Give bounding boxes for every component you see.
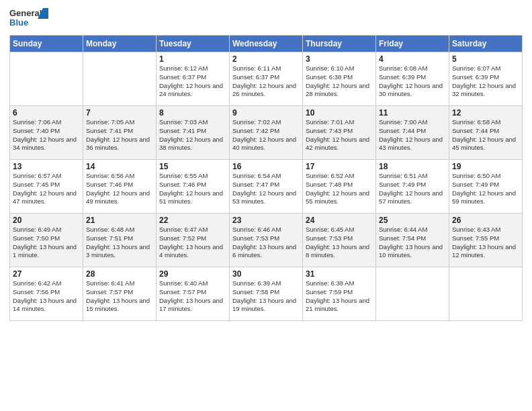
day-number: 4 bbox=[379, 54, 446, 64]
calendar-cell: 18Sunrise: 6:51 AM Sunset: 7:49 PM Dayli… bbox=[376, 160, 449, 214]
day-info: Sunrise: 6:44 AM Sunset: 7:54 PM Dayligh… bbox=[379, 226, 446, 260]
day-info: Sunrise: 6:10 AM Sunset: 6:38 PM Dayligh… bbox=[306, 64, 373, 99]
day-number: 29 bbox=[159, 269, 226, 279]
day-info: Sunrise: 6:55 AM Sunset: 7:46 PM Dayligh… bbox=[159, 172, 226, 206]
svg-text:Blue: Blue bbox=[9, 17, 28, 28]
day-number: 7 bbox=[86, 108, 153, 118]
calendar-cell: 5Sunrise: 6:07 AM Sunset: 6:39 PM Daylig… bbox=[449, 52, 523, 106]
day-number: 11 bbox=[379, 108, 446, 118]
day-info: Sunrise: 6:50 AM Sunset: 7:49 PM Dayligh… bbox=[452, 172, 519, 206]
calendar-cell: 14Sunrise: 6:56 AM Sunset: 7:46 PM Dayli… bbox=[83, 160, 157, 214]
calendar-cell: 6Sunrise: 7:06 AM Sunset: 7:40 PM Daylig… bbox=[10, 106, 83, 160]
calendar-cell: 28Sunrise: 6:41 AM Sunset: 7:57 PM Dayli… bbox=[83, 267, 157, 321]
day-info: Sunrise: 6:57 AM Sunset: 7:45 PM Dayligh… bbox=[13, 172, 80, 206]
day-number: 1 bbox=[159, 54, 226, 64]
day-number: 17 bbox=[306, 162, 373, 171]
day-info: Sunrise: 6:38 AM Sunset: 7:59 PM Dayligh… bbox=[306, 279, 373, 314]
day-info: Sunrise: 7:06 AM Sunset: 7:40 PM Dayligh… bbox=[13, 118, 80, 152]
day-number: 8 bbox=[159, 108, 226, 118]
day-number: 12 bbox=[452, 108, 519, 118]
calendar-cell: 25Sunrise: 6:44 AM Sunset: 7:54 PM Dayli… bbox=[376, 214, 449, 267]
header: GeneralBlue bbox=[9, 7, 523, 31]
calendar-cell: 26Sunrise: 6:43 AM Sunset: 7:55 PM Dayli… bbox=[449, 214, 523, 267]
calendar-cell bbox=[376, 267, 449, 321]
day-number: 14 bbox=[86, 162, 153, 171]
day-number: 3 bbox=[306, 54, 373, 64]
calendar-cell: 15Sunrise: 6:55 AM Sunset: 7:46 PM Dayli… bbox=[157, 160, 230, 214]
day-info: Sunrise: 6:52 AM Sunset: 7:48 PM Dayligh… bbox=[306, 172, 373, 206]
day-number: 26 bbox=[452, 216, 519, 225]
calendar-cell: 9Sunrise: 7:02 AM Sunset: 7:42 PM Daylig… bbox=[230, 106, 303, 160]
week-row-4: 27Sunrise: 6:42 AM Sunset: 7:56 PM Dayli… bbox=[10, 267, 523, 321]
day-number: 22 bbox=[159, 216, 226, 225]
weekday-header-wednesday: Wednesday bbox=[230, 36, 303, 52]
day-info: Sunrise: 6:40 AM Sunset: 7:57 PM Dayligh… bbox=[159, 279, 226, 314]
weekday-header-thursday: Thursday bbox=[303, 36, 376, 52]
week-row-2: 13Sunrise: 6:57 AM Sunset: 7:45 PM Dayli… bbox=[10, 160, 523, 214]
day-info: Sunrise: 6:51 AM Sunset: 7:49 PM Dayligh… bbox=[379, 172, 446, 206]
day-number: 2 bbox=[232, 54, 300, 64]
day-info: Sunrise: 6:43 AM Sunset: 7:55 PM Dayligh… bbox=[452, 226, 519, 260]
day-info: Sunrise: 6:07 AM Sunset: 6:39 PM Dayligh… bbox=[452, 64, 519, 99]
weekday-header-tuesday: Tuesday bbox=[157, 36, 230, 52]
calendar-cell: 13Sunrise: 6:57 AM Sunset: 7:45 PM Dayli… bbox=[10, 160, 83, 214]
calendar-cell: 29Sunrise: 6:40 AM Sunset: 7:57 PM Dayli… bbox=[157, 267, 230, 321]
day-number: 23 bbox=[232, 216, 300, 225]
day-number: 19 bbox=[452, 162, 519, 171]
calendar-cell: 30Sunrise: 6:39 AM Sunset: 7:58 PM Dayli… bbox=[230, 267, 303, 321]
weekday-header-row: SundayMondayTuesdayWednesdayThursdayFrid… bbox=[10, 36, 523, 52]
day-info: Sunrise: 6:47 AM Sunset: 7:52 PM Dayligh… bbox=[159, 226, 226, 260]
day-info: Sunrise: 6:11 AM Sunset: 6:37 PM Dayligh… bbox=[232, 64, 300, 99]
calendar-cell: 31Sunrise: 6:38 AM Sunset: 7:59 PM Dayli… bbox=[303, 267, 376, 321]
logo: GeneralBlue bbox=[9, 7, 50, 31]
calendar-cell: 8Sunrise: 7:03 AM Sunset: 7:41 PM Daylig… bbox=[157, 106, 230, 160]
day-number: 5 bbox=[452, 54, 519, 64]
day-info: Sunrise: 6:39 AM Sunset: 7:58 PM Dayligh… bbox=[232, 279, 300, 314]
week-row-3: 20Sunrise: 6:49 AM Sunset: 7:50 PM Dayli… bbox=[10, 214, 523, 267]
day-info: Sunrise: 6:58 AM Sunset: 7:44 PM Dayligh… bbox=[452, 118, 519, 152]
calendar-cell bbox=[449, 267, 523, 321]
day-info: Sunrise: 6:41 AM Sunset: 7:57 PM Dayligh… bbox=[86, 279, 153, 314]
page-container: GeneralBlue SundayMondayTuesdayWednesday… bbox=[0, 0, 532, 326]
calendar-cell: 7Sunrise: 7:05 AM Sunset: 7:41 PM Daylig… bbox=[83, 106, 157, 160]
week-row-1: 6Sunrise: 7:06 AM Sunset: 7:40 PM Daylig… bbox=[10, 106, 523, 160]
calendar-cell: 21Sunrise: 6:48 AM Sunset: 7:51 PM Dayli… bbox=[83, 214, 157, 267]
day-number: 9 bbox=[232, 108, 300, 118]
day-number: 20 bbox=[13, 216, 80, 225]
calendar-cell: 17Sunrise: 6:52 AM Sunset: 7:48 PM Dayli… bbox=[303, 160, 376, 214]
day-number: 27 bbox=[13, 269, 80, 279]
calendar-table: SundayMondayTuesdayWednesdayThursdayFrid… bbox=[9, 35, 523, 321]
day-number: 25 bbox=[379, 216, 446, 225]
weekday-header-sunday: Sunday bbox=[10, 36, 83, 52]
day-info: Sunrise: 7:01 AM Sunset: 7:43 PM Dayligh… bbox=[306, 118, 373, 152]
day-info: Sunrise: 7:00 AM Sunset: 7:44 PM Dayligh… bbox=[379, 118, 446, 152]
day-number: 24 bbox=[306, 216, 373, 225]
day-number: 18 bbox=[379, 162, 446, 171]
day-info: Sunrise: 7:05 AM Sunset: 7:41 PM Dayligh… bbox=[86, 118, 153, 152]
calendar-cell: 2Sunrise: 6:11 AM Sunset: 6:37 PM Daylig… bbox=[230, 52, 303, 106]
calendar-cell: 10Sunrise: 7:01 AM Sunset: 7:43 PM Dayli… bbox=[303, 106, 376, 160]
weekday-header-friday: Friday bbox=[376, 36, 449, 52]
calendar-cell: 16Sunrise: 6:54 AM Sunset: 7:47 PM Dayli… bbox=[230, 160, 303, 214]
calendar-cell: 1Sunrise: 6:12 AM Sunset: 6:37 PM Daylig… bbox=[157, 52, 230, 106]
day-info: Sunrise: 6:49 AM Sunset: 7:50 PM Dayligh… bbox=[13, 226, 80, 260]
day-info: Sunrise: 6:56 AM Sunset: 7:46 PM Dayligh… bbox=[86, 172, 153, 206]
calendar-cell: 24Sunrise: 6:45 AM Sunset: 7:53 PM Dayli… bbox=[303, 214, 376, 267]
day-number: 30 bbox=[232, 269, 300, 279]
calendar-cell: 22Sunrise: 6:47 AM Sunset: 7:52 PM Dayli… bbox=[157, 214, 230, 267]
calendar-cell: 20Sunrise: 6:49 AM Sunset: 7:50 PM Dayli… bbox=[10, 214, 83, 267]
calendar-cell bbox=[10, 52, 83, 106]
day-info: Sunrise: 6:42 AM Sunset: 7:56 PM Dayligh… bbox=[13, 279, 80, 314]
calendar-cell: 27Sunrise: 6:42 AM Sunset: 7:56 PM Dayli… bbox=[10, 267, 83, 321]
svg-text:General: General bbox=[9, 8, 42, 18]
calendar-cell: 11Sunrise: 7:00 AM Sunset: 7:44 PM Dayli… bbox=[376, 106, 449, 160]
calendar-cell: 12Sunrise: 6:58 AM Sunset: 7:44 PM Dayli… bbox=[449, 106, 523, 160]
logo-svg: GeneralBlue bbox=[9, 7, 50, 31]
day-info: Sunrise: 6:12 AM Sunset: 6:37 PM Dayligh… bbox=[159, 64, 226, 99]
day-info: Sunrise: 6:45 AM Sunset: 7:53 PM Dayligh… bbox=[306, 226, 373, 260]
day-info: Sunrise: 6:54 AM Sunset: 7:47 PM Dayligh… bbox=[232, 172, 300, 206]
day-number: 21 bbox=[86, 216, 153, 225]
day-info: Sunrise: 6:08 AM Sunset: 6:39 PM Dayligh… bbox=[379, 64, 446, 99]
day-info: Sunrise: 6:48 AM Sunset: 7:51 PM Dayligh… bbox=[86, 226, 153, 260]
calendar-cell: 19Sunrise: 6:50 AM Sunset: 7:49 PM Dayli… bbox=[449, 160, 523, 214]
